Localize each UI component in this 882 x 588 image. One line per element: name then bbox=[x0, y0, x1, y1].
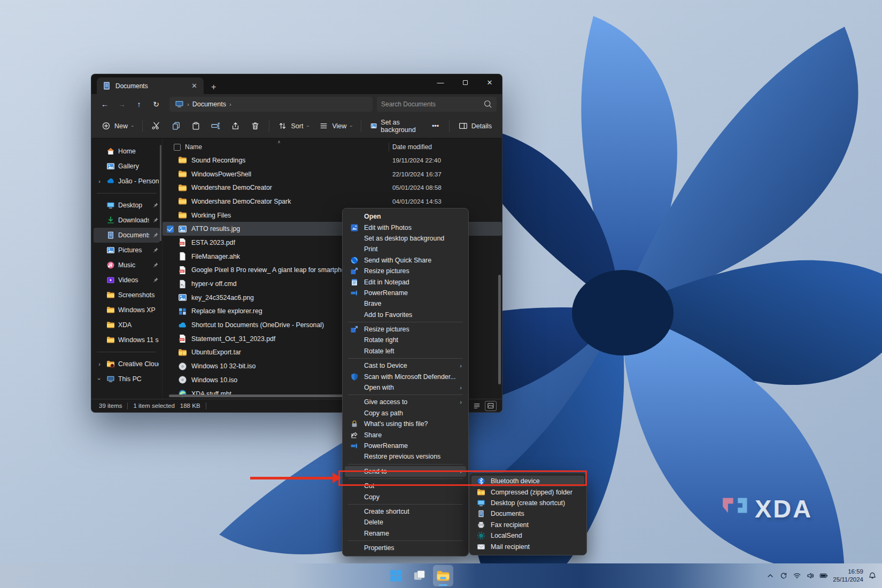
column-name[interactable]: Name bbox=[185, 143, 389, 151]
cut-button[interactable] bbox=[147, 118, 166, 135]
context-menu-item-edit-in-notepad[interactable]: Edit in Notepad bbox=[345, 276, 466, 287]
context-menu-item-print[interactable]: Print bbox=[345, 244, 466, 254]
send-to-item-bluetooth-device[interactable]: Bluetooth device bbox=[471, 476, 584, 486]
sidebar-item-jo-o-personal[interactable]: ›João - Personal bbox=[94, 174, 160, 189]
new-tab-button[interactable]: + bbox=[204, 82, 223, 94]
sidebar-item-this-pc[interactable]: ›This PC bbox=[94, 372, 160, 386]
refresh-button[interactable]: ↻ bbox=[148, 97, 164, 111]
wifi-icon[interactable] bbox=[793, 571, 801, 580]
search-input[interactable] bbox=[381, 100, 483, 108]
tray-chevron-up-icon[interactable] bbox=[766, 571, 775, 580]
context-menu-item-delete[interactable]: Delete bbox=[345, 517, 466, 528]
details-view-toggle[interactable] bbox=[471, 401, 483, 411]
tray-sync-icon[interactable] bbox=[779, 571, 788, 580]
context-menu-item-properties[interactable]: Properties bbox=[345, 543, 466, 553]
context-menu-item-set-as-desktop-background[interactable]: Set as desktop background bbox=[345, 233, 466, 244]
up-button[interactable]: ↑ bbox=[131, 97, 147, 111]
context-menu-item-give-access-to[interactable]: Give access to› bbox=[345, 397, 466, 407]
details-button[interactable]: Details bbox=[454, 118, 497, 135]
context-menu-item-open[interactable]: Open bbox=[345, 211, 466, 222]
sidebar-scrollbar[interactable] bbox=[160, 145, 161, 241]
file-explorer-taskbar-button[interactable] bbox=[433, 565, 453, 586]
copy-button[interactable] bbox=[167, 118, 185, 135]
sidebar-item-windows-xp[interactable]: Windows XP bbox=[94, 303, 160, 318]
sidebar-item-xda[interactable]: XDA bbox=[94, 318, 160, 332]
minimize-button[interactable]: — bbox=[428, 74, 453, 90]
start-button[interactable] bbox=[386, 565, 406, 586]
sidebar-item-creative-cloud-f[interactable]: ›Creative Cloud F bbox=[94, 357, 160, 372]
send-to-item-mail-recipient[interactable]: Mail recipient bbox=[471, 541, 584, 552]
context-menu-item-cast-to-device[interactable]: Cast to Device› bbox=[345, 360, 466, 371]
chevron-right-icon[interactable]: › bbox=[96, 361, 103, 367]
context-menu-item-scan-with-microsoft-defender-[interactable]: Scan with Microsoft Defender... bbox=[345, 371, 466, 382]
context-menu-item-add-to-favorites[interactable]: Add to Favorites bbox=[345, 310, 466, 320]
context-menu-item-resize-pictures[interactable]: Resize pictures bbox=[345, 324, 466, 335]
select-all-checkbox[interactable] bbox=[174, 144, 181, 151]
send-to-item-documents[interactable]: Documents bbox=[471, 508, 584, 519]
sidebar-item-gallery[interactable]: Gallery bbox=[94, 159, 160, 174]
sort-button[interactable]: Sort › bbox=[273, 118, 313, 135]
send-to-item-compressed-zipped-folder[interactable]: Compressed (zipped) folder bbox=[471, 486, 584, 497]
context-menu-item-brave[interactable]: Brave bbox=[345, 298, 466, 309]
file-row[interactable]: Wondershare DemoCreator05/01/2024 08:58 bbox=[163, 181, 502, 195]
forward-button[interactable]: → bbox=[114, 97, 130, 111]
taskbar-clock[interactable]: 16:59 25/11/2024 bbox=[833, 568, 863, 584]
back-button[interactable]: ← bbox=[97, 97, 113, 111]
sidebar-item-screenshots[interactable]: Screenshots bbox=[94, 288, 160, 303]
more-options-button[interactable]: ••• bbox=[427, 118, 444, 135]
file-row[interactable]: WindowsPowerShell22/10/2024 16:37 bbox=[163, 167, 502, 181]
thumbnail-view-toggle[interactable] bbox=[485, 401, 497, 411]
sidebar-item-videos[interactable]: Videos bbox=[94, 273, 160, 288]
chevron-right-icon[interactable]: › bbox=[96, 178, 103, 184]
search-box[interactable] bbox=[377, 97, 497, 112]
send-to-item-desktop-create-shortcut-[interactable]: Desktop (create shortcut) bbox=[471, 498, 584, 508]
view-button[interactable]: View › bbox=[314, 118, 357, 135]
chevron-down-icon[interactable]: › bbox=[96, 375, 103, 383]
tab-documents[interactable]: Documents ✕ bbox=[97, 78, 204, 94]
row-checkbox-checked[interactable] bbox=[167, 226, 174, 233]
delete-button[interactable] bbox=[246, 118, 265, 135]
context-menu-item-what-s-using-this-file-[interactable]: What's using this file? bbox=[345, 419, 466, 429]
context-menu-item-rotate-left[interactable]: Rotate left bbox=[345, 346, 466, 357]
sidebar-item-home[interactable]: Home bbox=[94, 144, 160, 159]
volume-icon[interactable] bbox=[806, 571, 815, 580]
sidebar-item-pictures[interactable]: Pictures bbox=[94, 243, 160, 258]
context-menu-item-share[interactable]: Share bbox=[345, 429, 466, 440]
context-menu-item-powerrename[interactable]: PowerRename bbox=[345, 440, 466, 451]
paste-button[interactable] bbox=[187, 118, 205, 135]
context-menu-item-copy[interactable]: Copy bbox=[345, 491, 466, 502]
set-as-background-button[interactable]: Set as background bbox=[366, 118, 426, 135]
context-menu-item-powerrename[interactable]: PowerRename bbox=[345, 288, 466, 298]
sidebar-item-desktop[interactable]: Desktop bbox=[94, 198, 160, 213]
column-date-modified[interactable]: Date modified bbox=[392, 143, 502, 151]
breadcrumb-separator-icon[interactable]: › bbox=[229, 101, 231, 107]
sidebar-item-downloads[interactable]: Downloads bbox=[94, 213, 160, 228]
vertical-scrollbar[interactable] bbox=[498, 275, 501, 384]
context-menu-item-rename[interactable]: Rename bbox=[345, 528, 466, 539]
context-menu-item-copy-as-path[interactable]: Copy as path bbox=[345, 408, 466, 419]
file-row[interactable]: Sound Recordings19/11/2024 22:40 bbox=[163, 153, 502, 167]
maximize-button[interactable] bbox=[453, 74, 477, 90]
sidebar-item-windows-11-setu[interactable]: Windows 11 setu bbox=[94, 332, 160, 347]
file-row[interactable]: Wondershare DemoCreator Spark04/01/2024 … bbox=[163, 195, 502, 208]
context-menu-item-cut[interactable]: Cut bbox=[345, 481, 466, 491]
battery-icon[interactable] bbox=[819, 571, 828, 580]
context-menu-item-send-to[interactable]: Send to› bbox=[345, 466, 466, 477]
context-menu-item-edit-with-photos[interactable]: Edit with Photos bbox=[345, 222, 466, 233]
rename-button[interactable] bbox=[206, 118, 225, 135]
breadcrumb-documents[interactable]: Documents bbox=[192, 100, 226, 108]
context-menu-item-restore-previous-versions[interactable]: Restore previous versions bbox=[345, 451, 466, 462]
context-menu-item-create-shortcut[interactable]: Create shortcut bbox=[345, 506, 466, 517]
new-button[interactable]: New › bbox=[97, 118, 138, 135]
close-tab-icon[interactable]: ✕ bbox=[189, 82, 199, 90]
context-menu-item-send-with-quick-share[interactable]: Send with Quick Share bbox=[345, 255, 466, 266]
share-button[interactable] bbox=[226, 118, 245, 135]
send-to-item-localsend[interactable]: LocalSend bbox=[471, 530, 584, 541]
context-menu-item-open-with[interactable]: Open with› bbox=[345, 382, 466, 393]
context-menu-item-resize-pictures[interactable]: Resize pictures bbox=[345, 266, 466, 276]
send-to-item-fax-recipient[interactable]: Fax recipient bbox=[471, 520, 584, 530]
notification-bell-icon[interactable] bbox=[868, 571, 877, 580]
breadcrumb[interactable]: › Documents › bbox=[169, 97, 373, 112]
close-window-button[interactable]: ✕ bbox=[477, 74, 502, 90]
task-view-button[interactable] bbox=[409, 565, 430, 586]
